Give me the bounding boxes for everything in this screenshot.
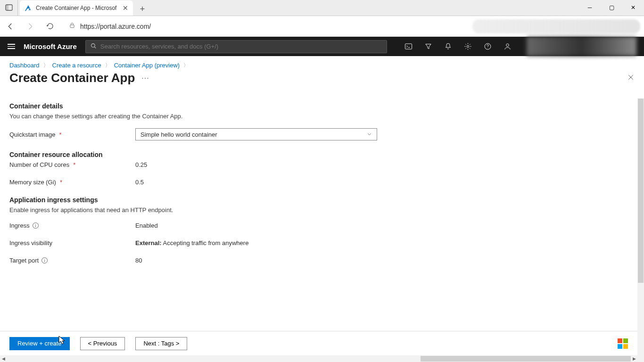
required-marker: * [60, 179, 62, 186]
previous-button[interactable]: < Previous [80, 337, 125, 350]
url-input-wrapper[interactable] [63, 19, 463, 33]
form-value: Enabled [135, 222, 158, 229]
wizard-footer: Review + create < Previous Next : Tags > [0, 331, 637, 355]
chevron-right-icon: 〉 [183, 62, 189, 69]
form-label: Quickstart image* [9, 131, 135, 138]
required-marker: * [59, 131, 62, 138]
tab-close-icon[interactable]: ✕ [123, 4, 128, 12]
browser-back-button[interactable] [4, 20, 17, 33]
browser-forward-button [24, 20, 37, 33]
section-desc: Enable ingress for applications that nee… [9, 206, 628, 214]
svg-point-8 [506, 44, 509, 47]
section-desc: You can change these settings after crea… [9, 113, 628, 120]
form-label: Ingress visibility [9, 239, 135, 247]
form-row-quickstart-image: Quickstart image* Simple hello world con… [9, 128, 628, 140]
next-tags-button[interactable]: Next : Tags > [135, 337, 187, 350]
breadcrumb: Dashboard 〉 Create a resource 〉 Containe… [0, 56, 644, 71]
info-icon[interactable]: i [41, 257, 48, 263]
close-blade-button[interactable] [627, 74, 635, 83]
cloud-shell-icon[interactable] [399, 37, 418, 56]
form-row-ingress: Ingress i Enabled [9, 222, 628, 229]
breadcrumb-link[interactable]: Container App (preview) [114, 62, 180, 69]
form-value: External: Accepting traffic from anywher… [135, 239, 248, 247]
hamburger-menu-button[interactable] [8, 44, 15, 49]
tab-preview-button[interactable] [0, 0, 18, 16]
help-icon[interactable] [479, 37, 497, 56]
azure-portal-header: Microsoft Azure [0, 37, 644, 56]
form-value: 80 [135, 257, 142, 264]
form-row-target-port: Target port i 80 [9, 257, 628, 264]
scroll-left-arrow-icon[interactable]: ◀ [0, 355, 7, 362]
chevron-right-icon: 〉 [43, 62, 49, 69]
feedback-icon[interactable] [498, 37, 517, 56]
section-title-ingress: Application ingress settings [9, 196, 628, 204]
tab-title: Create Container App - Microsof [36, 5, 116, 11]
page-horizontal-scrollbar[interactable]: ◀ ▶ [0, 355, 637, 362]
form-row-cpu-cores: Number of CPU cores* 0.25 [9, 161, 628, 168]
browser-refresh-button[interactable] [43, 20, 57, 33]
chevron-down-icon [367, 131, 372, 138]
scrollbar-thumb[interactable] [421, 356, 631, 362]
scrollbar-thumb[interactable] [638, 99, 644, 283]
review-create-button[interactable]: Review + create [9, 337, 70, 350]
info-icon[interactable]: i [33, 222, 39, 229]
account-area-blur [527, 37, 636, 56]
lock-icon [69, 22, 75, 31]
new-tab-button[interactable]: + [136, 2, 149, 16]
azure-brand[interactable]: Microsoft Azure [24, 42, 77, 50]
browser-address-bar [0, 16, 644, 37]
form-label: Ingress i [9, 222, 135, 229]
section-title-resource-allocation: Container resource allocation [9, 151, 628, 158]
section-title-container-details: Container details [9, 102, 628, 110]
page-title: Create Container App [9, 71, 135, 85]
form-label: Number of CPU cores* [9, 161, 135, 168]
azure-search-box[interactable] [85, 40, 387, 53]
breadcrumb-link[interactable]: Create a resource [52, 62, 101, 69]
directory-filter-icon[interactable] [419, 37, 438, 56]
azure-favicon-icon [25, 4, 32, 12]
svg-rect-1 [6, 5, 8, 10]
microsoft-logo-icon [618, 338, 628, 349]
svg-rect-2 [70, 25, 74, 27]
svg-point-6 [467, 45, 469, 47]
window-maximize-button[interactable]: ▢ [601, 0, 622, 16]
form-value: 0.25 [135, 161, 147, 168]
quickstart-image-dropdown[interactable]: Simple hello world container [135, 128, 377, 140]
browser-tab-active[interactable]: Create Container App - Microsof ✕ [20, 0, 133, 16]
window-close-button[interactable]: ✕ [622, 0, 644, 16]
window-controls: ─ ▢ ✕ [579, 0, 644, 16]
svg-line-4 [94, 47, 96, 48]
dropdown-value: Simple hello world container [140, 131, 217, 138]
azure-search-input[interactable] [100, 43, 382, 50]
window-minimize-button[interactable]: ─ [579, 0, 601, 16]
form-value: 0.5 [135, 179, 144, 186]
search-icon [91, 42, 97, 51]
scroll-right-arrow-icon[interactable]: ▶ [631, 355, 637, 362]
url-input[interactable] [80, 23, 457, 30]
header-icon-group [399, 37, 517, 56]
content-vertical-scrollbar[interactable] [637, 99, 644, 362]
more-actions-button[interactable]: ··· [141, 74, 149, 82]
form-row-memory-size: Memory size (Gi)* 0.5 [9, 179, 628, 186]
required-marker: * [73, 161, 75, 168]
notifications-icon[interactable] [439, 37, 458, 56]
breadcrumb-link[interactable]: Dashboard [9, 62, 40, 69]
svg-rect-5 [405, 44, 412, 49]
page-title-row: Create Container App ··· [0, 71, 644, 92]
form-label: Memory size (Gi)* [9, 179, 135, 186]
chevron-right-icon: 〉 [105, 62, 110, 69]
browser-toolbar-blur [472, 19, 640, 33]
form-content: Container details You can change these s… [0, 99, 637, 331]
svg-point-3 [91, 43, 95, 47]
browser-tab-bar: Create Container App - Microsof ✕ + ─ ▢ … [0, 0, 644, 16]
settings-icon[interactable] [459, 37, 478, 56]
form-row-ingress-visibility: Ingress visibility External: Accepting t… [9, 239, 628, 247]
form-label: Target port i [9, 257, 135, 264]
